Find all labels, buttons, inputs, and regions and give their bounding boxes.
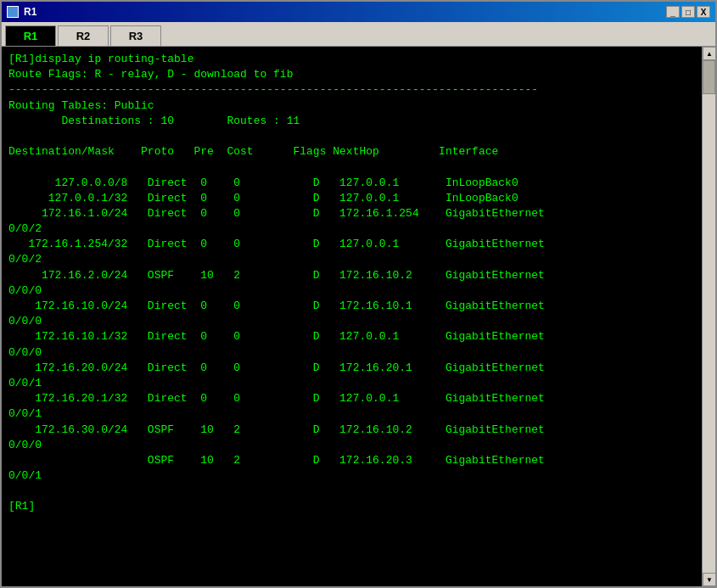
close-button[interactable]: X (697, 6, 710, 18)
minimize-button[interactable]: _ (666, 6, 680, 18)
scrollbar: ▲ ▼ (702, 47, 715, 586)
scroll-thumb[interactable] (703, 60, 715, 94)
tab-r3[interactable]: R3 (110, 25, 161, 46)
tab-bar: R1 R2 R3 (2, 22, 715, 46)
router-icon (7, 6, 19, 18)
title-bar: R1 _ □ X (2, 2, 715, 22)
title-bar-left: R1 (7, 6, 36, 18)
tab-r2[interactable]: R2 (58, 25, 109, 46)
scroll-up-button[interactable]: ▲ (703, 47, 715, 60)
main-window: R1 _ □ X R1 R2 R3 [R1]display ip routing… (0, 0, 717, 588)
scroll-down-button[interactable]: ▼ (703, 573, 715, 586)
terminal-output[interactable]: [R1]display ip routing-table Route Flags… (2, 47, 702, 586)
content-area: [R1]display ip routing-table Route Flags… (2, 46, 715, 586)
tab-r1[interactable]: R1 (5, 25, 56, 46)
maximize-button[interactable]: □ (681, 6, 695, 18)
window-controls: _ □ X (666, 6, 710, 18)
window-title: R1 (24, 6, 36, 18)
scroll-track[interactable] (703, 60, 715, 573)
